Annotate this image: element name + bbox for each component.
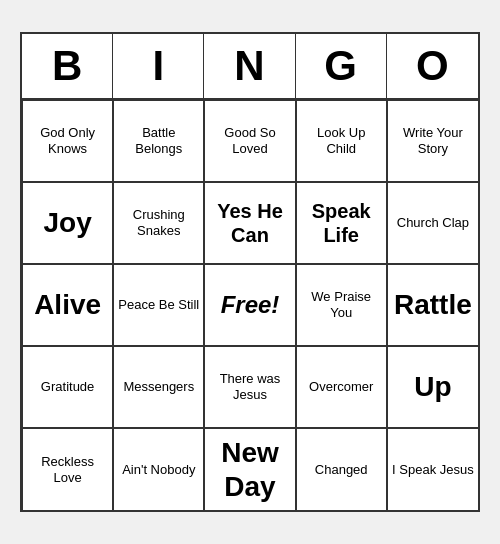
header-letter: G bbox=[296, 34, 387, 98]
cell-text: Write Your Story bbox=[392, 125, 474, 156]
bingo-cell: Overcomer bbox=[296, 346, 387, 428]
cell-text: Speak Life bbox=[301, 199, 382, 247]
bingo-cell: Rattle bbox=[387, 264, 478, 346]
cell-text: Overcomer bbox=[309, 379, 373, 395]
cell-text: Changed bbox=[315, 462, 368, 478]
bingo-cell: Battle Belongs bbox=[113, 100, 204, 182]
bingo-cell: Changed bbox=[296, 428, 387, 510]
bingo-cell: Ain't Nobody bbox=[113, 428, 204, 510]
bingo-cell: New Day bbox=[204, 428, 295, 510]
cell-text: Messengers bbox=[123, 379, 194, 395]
bingo-cell: Reckless Love bbox=[22, 428, 113, 510]
bingo-cell: Church Clap bbox=[387, 182, 478, 264]
cell-text: Reckless Love bbox=[27, 454, 108, 485]
cell-text: Peace Be Still bbox=[118, 297, 199, 313]
cell-text: Rattle bbox=[394, 288, 472, 322]
bingo-cell: Alive bbox=[22, 264, 113, 346]
bingo-cell: Look Up Child bbox=[296, 100, 387, 182]
bingo-cell: Speak Life bbox=[296, 182, 387, 264]
cell-text: Yes He Can bbox=[209, 199, 290, 247]
bingo-cell: Free! bbox=[204, 264, 295, 346]
bingo-cell: We Praise You bbox=[296, 264, 387, 346]
cell-text: Ain't Nobody bbox=[122, 462, 195, 478]
cell-text: Battle Belongs bbox=[118, 125, 199, 156]
header-letter: I bbox=[113, 34, 204, 98]
cell-text: I Speak Jesus bbox=[392, 462, 474, 478]
cell-text: Joy bbox=[43, 206, 91, 240]
cell-text: Gratitude bbox=[41, 379, 94, 395]
cell-text: Free! bbox=[221, 291, 280, 320]
bingo-cell: Gratitude bbox=[22, 346, 113, 428]
bingo-cell: Peace Be Still bbox=[113, 264, 204, 346]
cell-text: Church Clap bbox=[397, 215, 469, 231]
bingo-card: BINGO God Only KnowsBattle BelongsGood S… bbox=[20, 32, 480, 512]
bingo-header: BINGO bbox=[22, 34, 478, 100]
bingo-cell: Messengers bbox=[113, 346, 204, 428]
bingo-cell: Yes He Can bbox=[204, 182, 295, 264]
cell-text: Good So Loved bbox=[209, 125, 290, 156]
bingo-cell: Write Your Story bbox=[387, 100, 478, 182]
header-letter: N bbox=[204, 34, 295, 98]
bingo-grid: God Only KnowsBattle BelongsGood So Love… bbox=[22, 100, 478, 510]
bingo-cell: Joy bbox=[22, 182, 113, 264]
cell-text: Alive bbox=[34, 288, 101, 322]
bingo-cell: I Speak Jesus bbox=[387, 428, 478, 510]
bingo-cell: Crushing Snakes bbox=[113, 182, 204, 264]
bingo-cell: There was Jesus bbox=[204, 346, 295, 428]
cell-text: Up bbox=[414, 370, 451, 404]
cell-text: Look Up Child bbox=[301, 125, 382, 156]
cell-text: Crushing Snakes bbox=[118, 207, 199, 238]
cell-text: God Only Knows bbox=[27, 125, 108, 156]
cell-text: There was Jesus bbox=[209, 371, 290, 402]
header-letter: B bbox=[22, 34, 113, 98]
bingo-cell: Good So Loved bbox=[204, 100, 295, 182]
header-letter: O bbox=[387, 34, 478, 98]
bingo-cell: Up bbox=[387, 346, 478, 428]
cell-text: We Praise You bbox=[301, 289, 382, 320]
cell-text: New Day bbox=[209, 436, 290, 503]
bingo-cell: God Only Knows bbox=[22, 100, 113, 182]
